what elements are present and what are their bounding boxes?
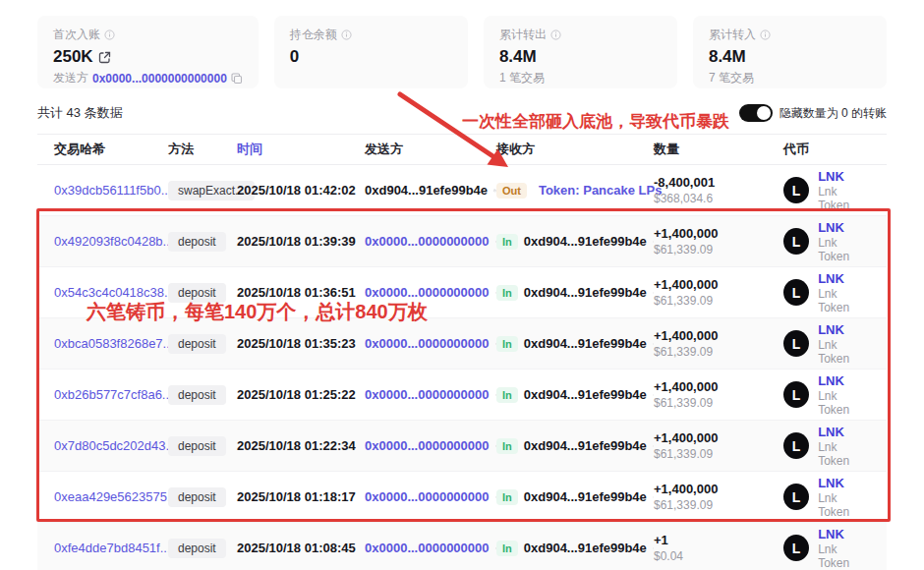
token-symbol[interactable]: LNK	[818, 527, 870, 542]
token-symbol[interactable]: LNK	[818, 169, 870, 184]
table-row: 0xbca0583f8268e7...deposit2025/10/18 01:…	[37, 318, 887, 370]
tx-hash-link[interactable]: 0x54c3c4c0418c38...	[54, 285, 175, 300]
token-info: LNKLnk Token	[818, 527, 870, 570]
table-row: 0xfe4dde7bd8451f...deposit2025/10/18 01:…	[37, 523, 887, 570]
receiver-address: 0xd904...91efe99b4e	[524, 234, 647, 249]
stat-card-total-out: 累计转出 8.4M 1 笔交易	[484, 16, 677, 88]
stat-value-text: 0	[290, 47, 299, 67]
direction-badge: Out	[496, 183, 527, 199]
sender-address-link[interactable]: 0x0000...0000000000	[365, 489, 490, 504]
total-in-count: 7 笔交易	[709, 70, 871, 86]
col-sender[interactable]: 发送方	[365, 141, 496, 158]
col-receiver[interactable]: 接收方	[496, 141, 654, 158]
amount-cell: -8,400,001$368,034.6	[654, 175, 783, 205]
tx-hash-cell: 0xb26b577c7cf8a6...	[54, 387, 168, 402]
copy-icon[interactable]	[231, 73, 243, 85]
direction-badge: In	[496, 387, 518, 403]
table-row: 0xeaa429e5623575...deposit2025/10/18 01:…	[37, 472, 887, 523]
token-symbol[interactable]: LNK	[818, 271, 870, 286]
tx-hash-link[interactable]: 0xeaa429e5623575...	[54, 489, 178, 504]
token-symbol[interactable]: LNK	[818, 373, 870, 388]
tx-hash-link[interactable]: 0x39dcb56111f5b0...	[54, 183, 172, 198]
token-name: Lnk Token	[818, 338, 870, 366]
stat-card-balance: 持仓余额 0	[274, 16, 468, 88]
tx-time: 2025/10/18 01:36:51	[237, 285, 365, 300]
sender-cell: 0x0000...0000000000	[365, 336, 496, 351]
sender-cell: 0xd904...91efe99b4e	[365, 183, 496, 198]
token-name: Lnk Token	[818, 185, 870, 212]
amount-cell: +1,400,000$61,339.09	[654, 430, 783, 461]
token-symbol[interactable]: LNK	[818, 425, 870, 439]
receiver-address: 0xd904...91efe99b4e	[524, 387, 647, 402]
col-amount[interactable]: 数量	[654, 141, 783, 158]
table-row: 0xb26b577c7cf8a6...deposit2025/10/18 01:…	[37, 370, 887, 421]
tx-hash-link[interactable]: 0xfe4dde7bd8451f...	[54, 541, 171, 555]
stat-label: 首次入账	[53, 27, 243, 43]
amount-value: +1,400,000	[654, 328, 783, 343]
token-cell: LLNKLnk Token	[783, 425, 870, 468]
token-name: Lnk Token	[818, 542, 870, 570]
stat-label: 累计转入	[709, 27, 871, 43]
table-body: 0x39dcb56111f5b0...swapExact...2025/10/1…	[37, 165, 887, 570]
col-hash[interactable]: 交易哈希	[54, 141, 168, 158]
tx-hash-link[interactable]: 0x7d80c5dc202d43...	[54, 438, 176, 453]
token-cell: LLNKLnk Token	[783, 527, 870, 570]
sender-address-link[interactable]: 0x0000...0000000000	[365, 285, 490, 300]
col-token[interactable]: 代币	[783, 141, 870, 158]
receiver-cell: In0xd904...91efe99b4e	[496, 438, 654, 454]
token-symbol[interactable]: LNK	[818, 220, 870, 235]
sender-address-link[interactable]: 0x0000...0000000000	[365, 234, 490, 249]
token-name: Lnk Token	[818, 389, 870, 417]
token-symbol[interactable]: LNK	[818, 476, 870, 490]
stat-label-text: 首次入账	[53, 27, 100, 43]
token-avatar: L	[783, 279, 809, 306]
stat-value-text: 250K	[53, 47, 93, 67]
amount-usd: $61,339.09	[654, 447, 783, 461]
receiver-cell: In0xd904...91efe99b4e	[496, 234, 654, 250]
stat-value-text: 8.4M	[709, 47, 746, 67]
col-method[interactable]: 方法	[168, 141, 237, 158]
hide-zero-toggle-wrap[interactable]: 隐藏数量为 0 的转账	[739, 104, 887, 122]
token-cell: LLNKLnk Token	[783, 169, 870, 212]
token-info: LNKLnk Token	[818, 322, 870, 366]
balance-value: 0	[290, 47, 452, 67]
tx-hash-link[interactable]: 0x492093f8c0428b...	[54, 234, 173, 249]
amount-cell: +1,400,000$61,339.09	[654, 482, 783, 512]
direction-badge: In	[496, 336, 518, 352]
receiver-cell: In0xd904...91efe99b4e	[496, 541, 654, 556]
tx-hash-link[interactable]: 0xbca0583f8268e7...	[54, 336, 173, 351]
receiver-address-link[interactable]: Token: Pancake LPs	[539, 183, 662, 198]
col-time[interactable]: 时间	[237, 141, 365, 158]
token-cell: LLNKLnk Token	[783, 476, 870, 519]
table-row: 0x492093f8c0428b...deposit2025/10/18 01:…	[37, 216, 887, 267]
table-row: 0x39dcb56111f5b0...swapExact...2025/10/1…	[37, 165, 887, 216]
amount-cell: +1,400,000$61,339.09	[654, 379, 783, 410]
sender-address-link[interactable]: 0x0000...0000000000	[365, 387, 490, 402]
external-link-icon[interactable]	[98, 51, 111, 64]
method-cell: deposit	[168, 334, 237, 354]
sender-address-link[interactable]: 0x0000...0000000000	[365, 541, 490, 555]
method-badge: deposit	[168, 436, 226, 456]
tx-time: 2025/10/18 01:42:02	[237, 183, 365, 198]
stat-label: 持仓余额	[290, 27, 452, 43]
method-badge: deposit	[168, 232, 226, 252]
sender-address-link[interactable]: 0x0000...0000000000	[365, 438, 490, 453]
sender-address-link[interactable]: 0x0000...0000000000	[365, 336, 490, 351]
token-name: Lnk Token	[818, 440, 870, 468]
tx-hash-cell: 0xfe4dde7bd8451f...	[54, 541, 168, 555]
stat-label-text: 持仓余额	[290, 27, 337, 43]
amount-cell: +1,400,000$61,339.09	[654, 328, 783, 359]
token-avatar: L	[783, 432, 809, 459]
token-avatar: L	[783, 381, 809, 408]
token-symbol[interactable]: LNK	[818, 322, 870, 337]
token-cell: LLNKLnk Token	[783, 271, 870, 314]
tx-count-text: 7 笔交易	[709, 70, 754, 86]
receiver-cell: In0xd904...91efe99b4e	[496, 285, 654, 301]
toggle-knob	[757, 106, 771, 120]
tx-hash-link[interactable]: 0xb26b577c7cf8a6...	[54, 387, 173, 402]
summary-row: 共计 43 条数据 隐藏数量为 0 的转账	[0, 88, 924, 134]
hide-zero-toggle[interactable]	[739, 104, 773, 122]
receiver-cell: In0xd904...91efe99b4e	[496, 387, 654, 403]
stat-label-text: 累计转入	[709, 27, 756, 43]
sender-address-link[interactable]: 0x0000...0000000000000	[92, 72, 227, 86]
